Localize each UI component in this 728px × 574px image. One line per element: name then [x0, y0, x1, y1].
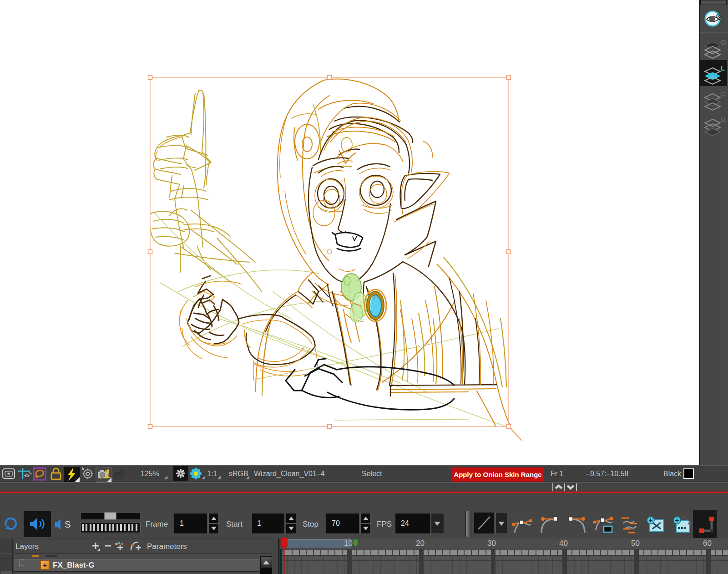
svg-text:S: S [65, 519, 71, 529]
svg-text:U: U [721, 116, 726, 123]
svg-text:O: O [721, 38, 726, 46]
svg-text:L: L [721, 64, 725, 72]
svg-text:C: C [721, 90, 726, 98]
